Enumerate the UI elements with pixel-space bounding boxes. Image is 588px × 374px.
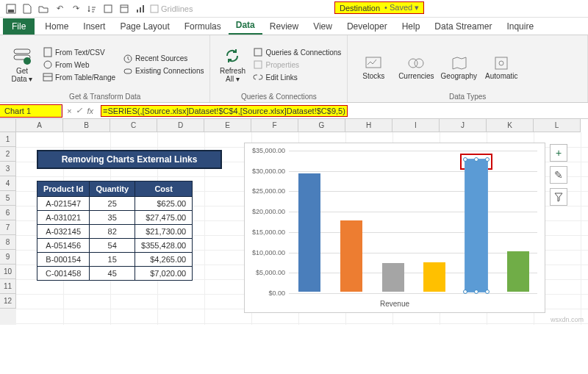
row-header[interactable]: 1	[0, 132, 16, 147]
row-header[interactable]: 11	[0, 279, 16, 294]
chart-bar[interactable]	[465, 159, 487, 292]
sort-icon[interactable]	[85, 2, 98, 15]
from-web[interactable]: From Web	[43, 60, 115, 70]
select-all-corner[interactable]	[0, 119, 16, 132]
table-cell[interactable]: A-031021	[37, 211, 90, 225]
column-header[interactable]: D	[157, 119, 204, 132]
chart-bar[interactable]	[382, 263, 404, 292]
from-text-csv[interactable]: From Text/CSV	[43, 47, 115, 57]
tab-page-layout[interactable]: Page Layout	[112, 18, 176, 35]
undo-icon[interactable]: ↶	[53, 2, 66, 15]
tab-file[interactable]: File	[3, 18, 35, 35]
tab-review[interactable]: Review	[262, 18, 306, 35]
table-cell[interactable]: $355,428.00	[135, 239, 193, 253]
row-header[interactable]: 12	[0, 294, 16, 309]
cancel-icon[interactable]: ×	[67, 107, 71, 115]
table-cell[interactable]: 45	[90, 267, 135, 281]
get-data-button[interactable]: Get Data ▾	[6, 38, 38, 91]
table-row: A-05145654$355,428.00	[37, 239, 193, 253]
chart-filter-button[interactable]	[550, 188, 567, 206]
column-header[interactable]: J	[440, 119, 487, 132]
title-bar: Destination • Saved ▾	[334, 1, 424, 14]
fx-icon[interactable]: fx	[87, 107, 93, 115]
column-header[interactable]: L	[534, 119, 581, 132]
table-cell[interactable]: B-000154	[37, 253, 90, 267]
table-cell[interactable]: $21,730.00	[135, 225, 193, 239]
chart-icon[interactable]	[134, 2, 147, 15]
column-header[interactable]: E	[204, 119, 251, 132]
datatype-stocks[interactable]: Stocks	[354, 54, 393, 80]
tab-developer[interactable]: Developer	[340, 18, 395, 35]
new-icon[interactable]	[21, 2, 34, 15]
save-icon[interactable]	[4, 2, 18, 15]
tab-formulas[interactable]: Formulas	[177, 18, 229, 35]
table-cell[interactable]: C-001458	[37, 267, 90, 281]
tab-insert[interactable]: Insert	[76, 18, 112, 35]
redo-icon[interactable]: ↷	[69, 2, 82, 15]
chart-plot-area[interactable]: $0.00$5,000.00$10,000.00$15,000.00$20,00…	[289, 151, 537, 292]
queries-connections[interactable]: Queries & Connections	[253, 47, 341, 57]
window-icon[interactable]	[118, 2, 131, 15]
table-cell[interactable]: A-032145	[37, 225, 90, 239]
enter-icon[interactable]: ✓	[76, 106, 82, 115]
column-header[interactable]: C	[110, 119, 157, 132]
tab-help[interactable]: Help	[395, 18, 428, 35]
embedded-chart[interactable]: $0.00$5,000.00$10,000.00$15,000.00$20,00…	[244, 143, 545, 313]
table-cell[interactable]: A-051456	[37, 239, 90, 253]
table-cell[interactable]: 15	[90, 253, 135, 267]
worksheet-grid[interactable]: Removing Charts External Links Product I…	[16, 132, 588, 325]
row-header[interactable]: 8	[0, 235, 16, 250]
table-cell[interactable]: $4,265.00	[135, 253, 193, 267]
table-cell[interactable]: $625.00	[135, 197, 193, 211]
chart-bar[interactable]	[340, 220, 362, 292]
row-header[interactable]: 9	[0, 250, 16, 265]
banner-title: Removing Charts External Links	[37, 150, 222, 169]
tab-inquire[interactable]: Inquire	[499, 18, 541, 35]
tab-data[interactable]: Data	[229, 17, 262, 35]
column-header[interactable]: F	[251, 119, 298, 132]
save-status[interactable]: • Saved ▾	[384, 3, 419, 12]
datatype-geography[interactable]: Geography	[439, 54, 478, 80]
row-header[interactable]: 2	[0, 147, 16, 162]
table-cell[interactable]: 25	[90, 197, 135, 211]
column-header[interactable]: G	[298, 119, 345, 132]
tab-view[interactable]: View	[306, 18, 340, 35]
datatype-automatic[interactable]: Automatic	[481, 54, 521, 80]
table-cell[interactable]: $27,475.00	[135, 211, 193, 225]
table-cell[interactable]: 82	[90, 225, 135, 239]
name-box[interactable]: Chart 1	[0, 105, 62, 117]
chart-bar[interactable]	[507, 251, 529, 292]
recent-sources[interactable]: Recent Sources	[123, 54, 204, 64]
tab-data-streamer[interactable]: Data Streamer	[427, 18, 499, 35]
table-cell[interactable]: $7,020.00	[135, 267, 193, 281]
row-header[interactable]: 3	[0, 162, 16, 176]
column-header[interactable]: B	[63, 119, 110, 132]
table-header: Quantity	[90, 181, 135, 197]
tab-home[interactable]: Home	[37, 18, 76, 35]
row-header[interactable]: 10	[0, 265, 16, 279]
row-header[interactable]: 4	[0, 176, 16, 191]
existing-connections[interactable]: Existing Connections	[123, 66, 204, 76]
open-icon[interactable]	[37, 2, 50, 15]
datatype-currencies[interactable]: Currencies	[396, 54, 436, 80]
chart-bar[interactable]	[298, 173, 320, 292]
table-cell[interactable]: A-021547	[37, 197, 90, 211]
refresh-all-button[interactable]: Refresh All ▾	[216, 38, 248, 91]
from-table-range[interactable]: From Table/Range	[43, 72, 115, 82]
column-header[interactable]: I	[392, 119, 440, 132]
row-header[interactable]: 5	[0, 191, 16, 206]
chart-styles-button[interactable]: ✎	[550, 166, 567, 184]
formula-bar[interactable]: =SERIES(,[Source.xlsx]Dataset!$C$4,[Sour…	[98, 105, 588, 117]
row-header[interactable]: 7	[0, 220, 16, 235]
table-cell[interactable]: 35	[90, 211, 135, 225]
column-header[interactable]: K	[487, 119, 534, 132]
chart-bar[interactable]	[423, 262, 445, 292]
row-header[interactable]: 6	[0, 206, 16, 220]
edit-links[interactable]: Edit Links	[253, 72, 341, 82]
column-header[interactable]: H	[345, 119, 392, 132]
column-header[interactable]: A	[16, 119, 63, 132]
gridlines-toggle[interactable]: Gridlines	[150, 2, 193, 15]
table-cell[interactable]: 54	[90, 239, 135, 253]
border-icon[interactable]	[101, 2, 115, 15]
chart-elements-button[interactable]: +	[550, 144, 567, 162]
